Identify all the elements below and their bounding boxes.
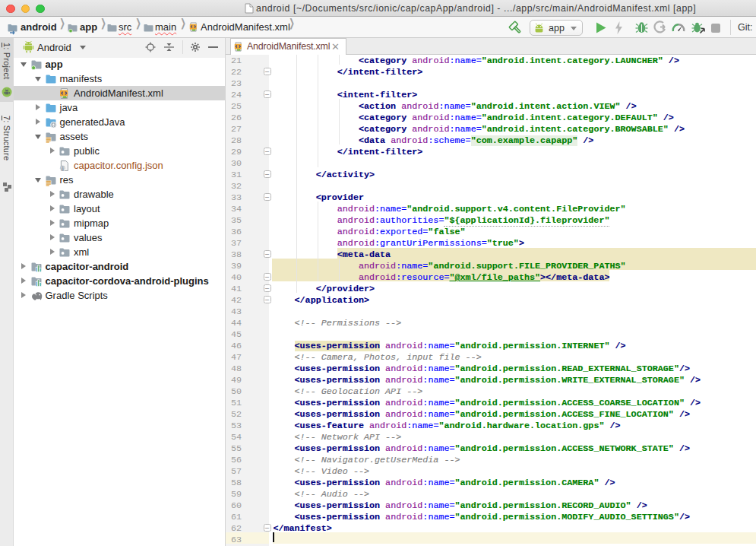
svg-text:{}: {} <box>59 165 65 171</box>
